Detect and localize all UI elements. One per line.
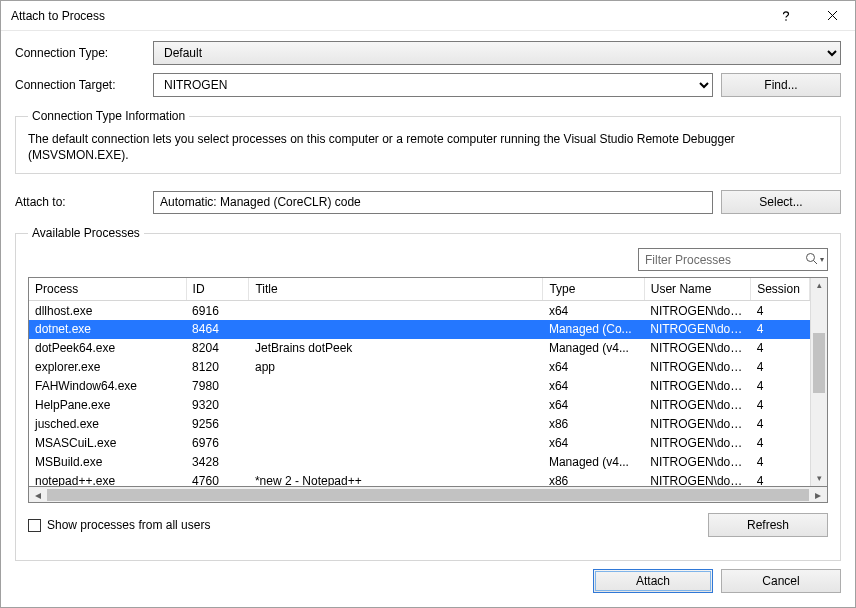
cell-type: Managed (v4... (543, 453, 644, 472)
cell-id: 8464 (186, 320, 249, 339)
col-type[interactable]: Type (543, 278, 644, 301)
scroll-up-arrow[interactable]: ▴ (811, 278, 827, 293)
dropdown-icon[interactable]: ▾ (820, 255, 824, 264)
cell-type: x64 (543, 301, 644, 320)
available-processes-group: Available Processes ▾ (15, 226, 841, 561)
cell-user: NITROGEN\dominiq... (644, 301, 750, 320)
filter-processes-input[interactable] (638, 248, 828, 271)
scroll-left-arrow[interactable]: ◂ (31, 488, 45, 502)
col-id[interactable]: ID (186, 278, 249, 301)
table-row[interactable]: dllhost.exe6916x64NITROGEN\dominiq...4 (29, 301, 810, 320)
scroll-right-arrow[interactable]: ▸ (811, 488, 825, 502)
attach-to-label: Attach to: (15, 195, 145, 209)
help-button[interactable] (763, 1, 809, 31)
cell-title (249, 396, 543, 415)
cell-title (249, 320, 543, 339)
vertical-scrollbar[interactable]: ▴ ▾ (810, 278, 827, 486)
cell-id: 6976 (186, 434, 249, 453)
cell-id: 8120 (186, 358, 249, 377)
svg-point-1 (807, 253, 815, 261)
col-session[interactable]: Session (751, 278, 810, 301)
connection-target-label: Connection Target: (15, 78, 145, 92)
cell-id: 4760 (186, 472, 249, 487)
connection-info-legend: Connection Type Information (28, 109, 189, 123)
cell-session: 4 (751, 453, 810, 472)
cell-type: x64 (543, 434, 644, 453)
cell-user: NITROGEN\dominiq... (644, 434, 750, 453)
cell-process: dotPeek64.exe (29, 339, 186, 358)
table-row[interactable]: FAHWindow64.exe7980x64NITROGEN\dominiq..… (29, 377, 810, 396)
search-icon[interactable] (805, 252, 818, 268)
close-button[interactable] (809, 1, 855, 31)
attach-to-value: Automatic: Managed (CoreCLR) code (153, 191, 713, 214)
hscroll-thumb[interactable] (47, 489, 809, 501)
table-header-row[interactable]: Process ID Title Type User Name Session (29, 278, 810, 301)
cell-type: x64 (543, 358, 644, 377)
cell-type: x86 (543, 472, 644, 487)
cell-user: NITROGEN\dominiq... (644, 415, 750, 434)
cell-title: app (249, 358, 543, 377)
cell-user: NITROGEN\dominiq... (644, 453, 750, 472)
checkbox-icon[interactable] (28, 519, 41, 532)
cell-session: 4 (751, 434, 810, 453)
cell-id: 9256 (186, 415, 249, 434)
cell-type: Managed (v4... (543, 339, 644, 358)
cell-process: dllhost.exe (29, 301, 186, 320)
cell-title: JetBrains dotPeek (249, 339, 543, 358)
table-row[interactable]: jusched.exe9256x86NITROGEN\dominiq...4 (29, 415, 810, 434)
titlebar: Attach to Process (1, 1, 855, 31)
show-all-users-checkbox[interactable]: Show processes from all users (28, 518, 210, 532)
cell-title (249, 415, 543, 434)
connection-target-select[interactable]: NITROGEN (153, 73, 713, 97)
cell-title (249, 377, 543, 396)
cell-id: 9320 (186, 396, 249, 415)
connection-type-label: Connection Type: (15, 46, 145, 60)
scroll-down-arrow[interactable]: ▾ (811, 471, 827, 486)
cell-process: MSASCuiL.exe (29, 434, 186, 453)
table-row[interactable]: dotPeek64.exe8204JetBrains dotPeekManage… (29, 339, 810, 358)
cell-type: Managed (Co... (543, 320, 644, 339)
col-title[interactable]: Title (249, 278, 543, 301)
col-process[interactable]: Process (29, 278, 186, 301)
cell-process: HelpPane.exe (29, 396, 186, 415)
cell-user: NITROGEN\dominiq... (644, 339, 750, 358)
connection-type-select[interactable]: Default (153, 41, 841, 65)
cancel-button[interactable]: Cancel (721, 569, 841, 593)
table-row[interactable]: notepad++.exe4760*new 2 - Notepad++x86NI… (29, 472, 810, 487)
cell-user: NITROGEN\dominiq... (644, 396, 750, 415)
cell-session: 4 (751, 396, 810, 415)
cell-type: x86 (543, 415, 644, 434)
cell-user: NITROGEN\dominiq... (644, 320, 750, 339)
table-row[interactable]: MSBuild.exe3428Managed (v4...NITROGEN\do… (29, 453, 810, 472)
refresh-button[interactable]: Refresh (708, 513, 828, 537)
table-row[interactable]: MSASCuiL.exe6976x64NITROGEN\dominiq...4 (29, 434, 810, 453)
table-row[interactable]: HelpPane.exe9320x64NITROGEN\dominiq...4 (29, 396, 810, 415)
process-table[interactable]: Process ID Title Type User Name Session … (28, 277, 828, 487)
cell-title: *new 2 - Notepad++ (249, 472, 543, 487)
cell-process: notepad++.exe (29, 472, 186, 487)
table-row[interactable]: dotnet.exe8464Managed (Co...NITROGEN\dom… (29, 320, 810, 339)
cell-user: NITROGEN\dominiq... (644, 472, 750, 487)
cell-session: 4 (751, 358, 810, 377)
cell-id: 7980 (186, 377, 249, 396)
cell-process: FAHWindow64.exe (29, 377, 186, 396)
cell-process: dotnet.exe (29, 320, 186, 339)
horizontal-scrollbar[interactable]: ◂ ▸ (28, 486, 828, 503)
cell-session: 4 (751, 377, 810, 396)
cell-type: x64 (543, 396, 644, 415)
cell-process: explorer.exe (29, 358, 186, 377)
table-row[interactable]: explorer.exe8120appx64NITROGEN\dominiq..… (29, 358, 810, 377)
select-button[interactable]: Select... (721, 190, 841, 214)
cell-session: 4 (751, 415, 810, 434)
cell-title (249, 301, 543, 320)
cell-session: 4 (751, 339, 810, 358)
cell-user: NITROGEN\dominiq... (644, 377, 750, 396)
available-processes-legend: Available Processes (28, 226, 144, 240)
col-user[interactable]: User Name (644, 278, 750, 301)
cell-id: 3428 (186, 453, 249, 472)
find-button[interactable]: Find... (721, 73, 841, 97)
cell-title (249, 434, 543, 453)
cell-session: 4 (751, 320, 810, 339)
scroll-thumb[interactable] (813, 333, 825, 393)
attach-button[interactable]: Attach (593, 569, 713, 593)
